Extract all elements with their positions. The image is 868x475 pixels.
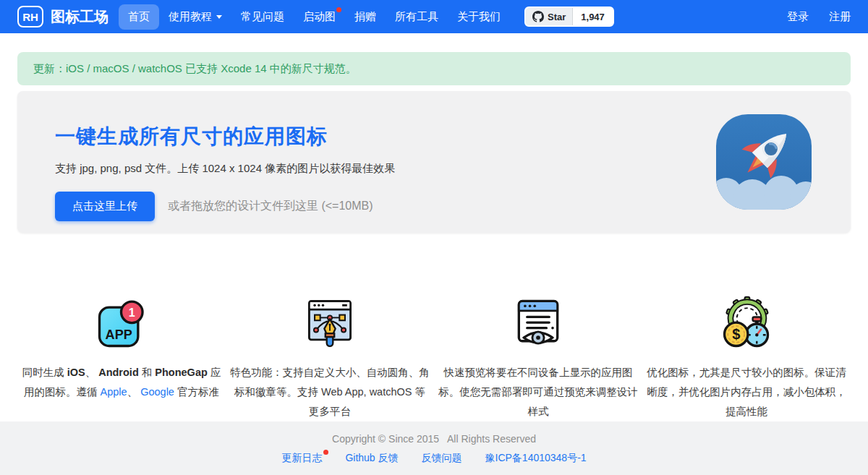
nav-item-tutorial[interactable]: 使用教程 xyxy=(159,4,231,30)
github-star-button[interactable]: Star xyxy=(526,8,573,25)
github-feedback-link[interactable]: Github 反馈 xyxy=(345,452,398,465)
nav-item-about[interactable]: 关于我们 xyxy=(448,4,510,30)
feature-preview-text: 快速预览将要在不同设备上显示的应用图标。使您无需部署即可通过预览来调整设计样式 xyxy=(438,363,638,421)
github-star-count[interactable]: 1,947 xyxy=(573,8,613,25)
app-badge-icon: APP 1 xyxy=(93,295,150,353)
hero-card: 一键生成所有尺寸的应用图标 支持 jpg, png, psd 文件。上传 102… xyxy=(17,91,851,233)
nav-item-all-tools[interactable]: 所有工具 xyxy=(386,4,448,30)
chevron-down-icon xyxy=(216,15,222,19)
logo[interactable]: RH xyxy=(17,6,43,27)
apple-standard-link[interactable]: Apple xyxy=(101,386,127,398)
svg-text:APP: APP xyxy=(106,328,132,342)
google-standard-link[interactable]: Google xyxy=(140,386,174,398)
nav-item-tutorial-label: 使用教程 xyxy=(169,10,212,24)
upload-button[interactable]: 点击这里上传 xyxy=(55,192,155,221)
features-row: APP 1 同时生成 iOS、 Android 和 PhoneGap 应用的图标… xyxy=(17,295,851,421)
nav-item-faq[interactable]: 常见问题 xyxy=(231,4,294,30)
pen-tool-window-icon xyxy=(301,294,359,353)
feature-optimize-text: 优化图标，尤其是尺寸较小的图标。保证清晰度，并优化图片内存占用，减小包体积，提高… xyxy=(647,363,846,421)
feature-custom-text: 特色功能：支持自定义大小、自动圆角、角标和徽章等。支持 Web App, wat… xyxy=(230,363,430,421)
auth-links: 登录 注册 xyxy=(787,10,851,24)
svg-text:1: 1 xyxy=(129,306,135,319)
svg-text:$: $ xyxy=(732,326,740,342)
copyright-text: Copyright © Since 2015 All Rights Reserv… xyxy=(0,433,868,445)
nav-item-launch-label: 启动图 xyxy=(303,10,336,24)
github-octocat-icon xyxy=(532,11,544,22)
feature-generate: APP 1 同时生成 iOS、 Android 和 PhoneGap 应用的图标… xyxy=(17,295,226,421)
footer-links: 更新日志 Github 反馈 反馈问题 豫ICP备14010348号-1 xyxy=(0,452,868,465)
icp-link[interactable]: 豫ICP备14010348号-1 xyxy=(485,452,587,465)
brand-title[interactable]: 图标工场 xyxy=(51,7,109,27)
changelog-link[interactable]: 更新日志 xyxy=(281,452,322,465)
register-link[interactable]: 注册 xyxy=(829,10,851,24)
github-star-widget[interactable]: Star 1,947 xyxy=(524,7,614,27)
optimize-coin-stopwatch-icon: $ xyxy=(718,295,775,353)
footer: Copyright © Since 2015 All Rights Reserv… xyxy=(0,421,868,475)
nav-menu: 首页 使用教程 常见问题 启动图 捐赠 所有工具 关于我们 xyxy=(119,4,510,30)
login-link[interactable]: 登录 xyxy=(787,10,809,24)
nav-item-launch-image[interactable]: 启动图 xyxy=(294,4,345,30)
feature-optimize: $ 优化图标，尤其是尺寸较小的图标。保证清晰度，并优化图片内存占用，减小包体积，… xyxy=(642,295,851,421)
nav-item-donate[interactable]: 捐赠 xyxy=(345,4,386,30)
feature-custom: 特色功能：支持自定义大小、自动圆角、角标和徽章等。支持 Web App, wat… xyxy=(226,295,434,421)
new-dot-icon xyxy=(323,450,328,455)
drop-hint-text: 或者拖放您的设计文件到这里 (<=10MB) xyxy=(168,199,373,214)
nav-item-home[interactable]: 首页 xyxy=(119,4,159,30)
github-star-label: Star xyxy=(548,12,566,22)
feature-preview: 快速预览将要在不同设备上显示的应用图标。使您无需部署即可通过预览来调整设计样式 xyxy=(434,295,642,421)
update-alert-text: 更新：iOS / macOS / watchOS 已支持 Xcode 14 中的… xyxy=(33,62,357,76)
navbar: RH 图标工场 首页 使用教程 常见问题 启动图 捐赠 所有工具 关于我们 St… xyxy=(0,0,868,33)
new-dot-icon xyxy=(336,7,341,12)
rocket-illustration xyxy=(716,114,812,210)
rocket-clouds-icon xyxy=(716,114,812,210)
feedback-link[interactable]: 反馈问题 xyxy=(422,452,462,465)
preview-eye-window-icon xyxy=(509,294,567,353)
feature-generate-text: 同时生成 iOS、 Android 和 PhoneGap 应用的图标。遵循 Ap… xyxy=(22,363,221,402)
update-alert: 更新：iOS / macOS / watchOS 已支持 Xcode 14 中的… xyxy=(17,52,851,85)
